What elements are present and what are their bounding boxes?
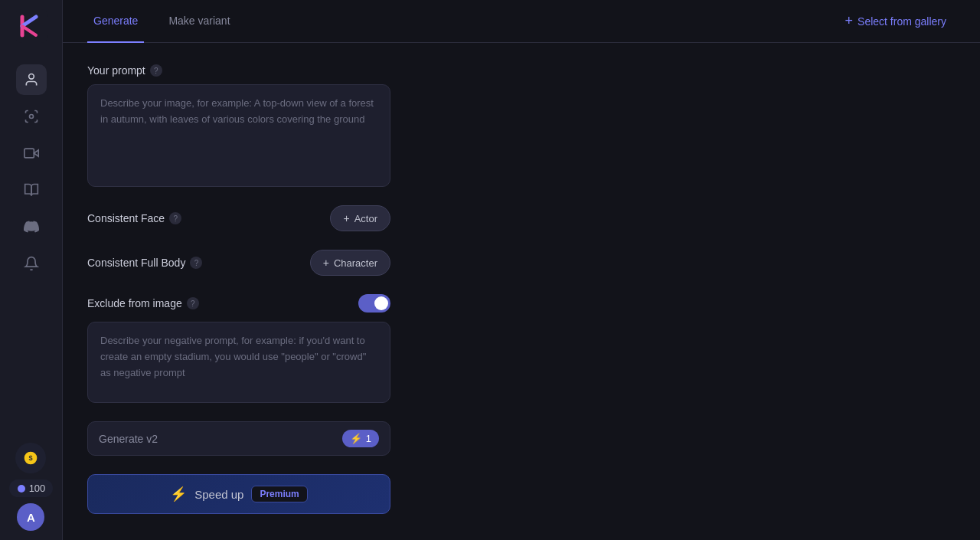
consistent-face-row: Consistent Face ? + Actor (87, 205, 390, 231)
prompt-help-icon[interactable]: ? (150, 64, 162, 77)
sidebar-item-video[interactable] (16, 138, 47, 169)
header-right: + Select from gallery (836, 7, 956, 35)
svg-point-2 (29, 115, 33, 119)
right-panel (415, 43, 980, 540)
svg-point-1 (28, 74, 34, 80)
sidebar-item-notifications[interactable] (16, 248, 47, 279)
svg-rect-0 (15, 9, 48, 43)
speedup-button[interactable]: ⚡ Speed up Premium (87, 474, 390, 514)
exclude-label: Exclude from image ? (87, 297, 199, 309)
character-button[interactable]: + Character (310, 250, 390, 276)
select-from-gallery-button[interactable]: + Select from gallery (836, 7, 956, 35)
negative-prompt-area (87, 322, 390, 403)
exclude-section: Exclude from image ? (87, 294, 390, 403)
sidebar-item-discord[interactable] (16, 211, 47, 242)
exclude-toggle[interactable] (358, 294, 390, 313)
content-area: Your prompt ? Consistent Face ? (63, 43, 980, 540)
premium-badge: Premium (251, 486, 307, 502)
main-area: Generate Make variant + Select from gall… (63, 0, 980, 540)
generate-label: Generate v2 (99, 433, 158, 445)
lightning-generate-icon: ⚡ (350, 433, 362, 444)
actor-plus-icon: + (343, 212, 349, 224)
svg-point-7 (18, 485, 25, 493)
generate-count: 1 (366, 433, 371, 444)
consistent-face-help-icon[interactable]: ? (169, 212, 181, 224)
prompt-input[interactable] (100, 96, 377, 172)
consistent-body-row: Consistent Full Body ? + Character (87, 250, 390, 276)
speedup-lightning-icon: ⚡ (170, 486, 187, 502)
credits-value: 100 (29, 483, 46, 494)
credits-display[interactable]: 100 (9, 479, 54, 497)
exclude-toggle-row: Exclude from image ? (87, 294, 390, 313)
tab-bar: Generate Make variant (87, 0, 255, 43)
app-logo[interactable] (15, 9, 48, 43)
generate-row: Generate v2 ⚡ 1 (87, 421, 390, 456)
svg-marker-3 (34, 150, 38, 156)
generate-count-badge[interactable]: ⚡ 1 (342, 430, 379, 447)
coin-button[interactable]: $ (15, 443, 46, 473)
prompt-section: Your prompt ? (87, 64, 390, 187)
sidebar-bottom: $ 100 A (9, 443, 54, 531)
toggle-knob (374, 296, 388, 310)
character-plus-icon: + (323, 257, 329, 269)
tab-make-variant[interactable]: Make variant (162, 0, 236, 43)
user-avatar[interactable]: A (17, 503, 44, 531)
actor-button[interactable]: + Actor (330, 205, 390, 231)
sidebar-item-book[interactable] (16, 175, 47, 205)
left-panel: Your prompt ? Consistent Face ? (63, 43, 415, 540)
consistent-face-label: Consistent Face ? (87, 212, 181, 224)
consistent-body-label: Consistent Full Body ? (87, 257, 202, 269)
plus-icon: + (845, 13, 854, 29)
sidebar-item-face-scan[interactable] (16, 101, 47, 132)
negative-prompt-input[interactable] (100, 333, 377, 388)
prompt-label: Your prompt ? (87, 64, 390, 77)
svg-rect-4 (24, 149, 33, 158)
header: Generate Make variant + Select from gall… (63, 0, 980, 43)
avatar-label: A (27, 511, 35, 524)
tab-generate[interactable]: Generate (87, 0, 144, 43)
exclude-help-icon[interactable]: ? (187, 297, 199, 309)
prompt-area (87, 84, 390, 187)
speedup-label: Speed up (194, 488, 243, 501)
sidebar: $ 100 A (0, 0, 63, 540)
sidebar-item-profile[interactable] (16, 64, 47, 95)
consistent-body-help-icon[interactable]: ? (190, 257, 202, 269)
svg-text:$: $ (29, 454, 33, 462)
